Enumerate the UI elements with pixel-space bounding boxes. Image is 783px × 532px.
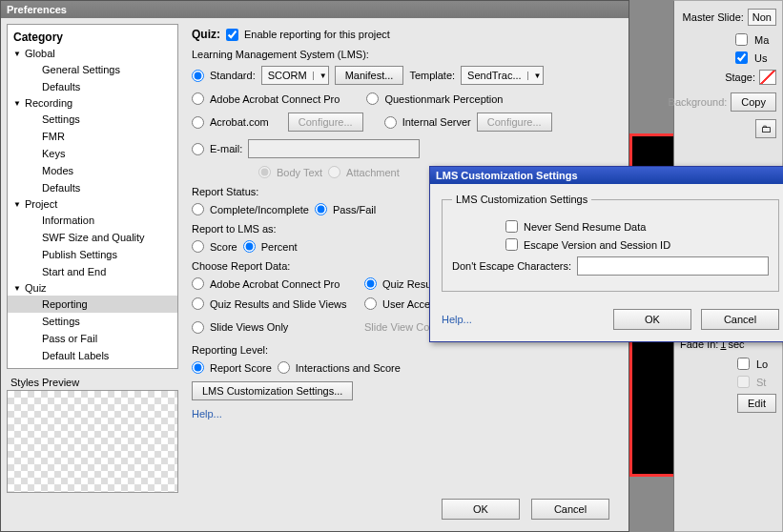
category-group-project[interactable]: Project (8, 196, 177, 212)
background-label: Background: (669, 96, 728, 108)
complete-incomplete-radio[interactable]: Complete/Incomplete (192, 203, 309, 215)
lms-standard-combo[interactable]: SCORM▼ (261, 66, 329, 85)
category-item-fmr[interactable]: FMR (8, 128, 177, 145)
acrobat-com-radio[interactable]: Acrobat.com (192, 116, 269, 129)
dialog-ok-button[interactable]: OK (613, 309, 691, 330)
category-item-swf-size-and-quality[interactable]: SWF Size and Quality (8, 229, 177, 246)
template-label: Template: (409, 70, 455, 81)
reporting-level-label: Reporting Level: (192, 344, 615, 356)
lms-customization-fieldset: LMS Customization Settings Never Send Re… (442, 194, 779, 292)
category-item-modes[interactable]: Modes (8, 162, 177, 179)
quiz-slide-views-radio[interactable]: Quiz Results and Slide Views (192, 297, 359, 310)
category-item-information[interactable]: Information (8, 212, 177, 229)
category-item-settings[interactable]: Settings (8, 111, 177, 128)
copy-background-button[interactable]: Copy (731, 92, 776, 112)
window-title: Preferences (1, 1, 628, 18)
category-item-default-labels[interactable]: Default Labels (8, 347, 177, 364)
category-item-defaults[interactable]: Defaults (8, 78, 177, 95)
score-radio[interactable]: Score (192, 240, 237, 253)
template-combo[interactable]: SendTrac...▼ (461, 66, 543, 85)
report-score-radio[interactable]: Report Score (192, 361, 272, 374)
ma-checkbox[interactable] (735, 33, 748, 46)
lms-heading: Learning Management System (LMS): (192, 49, 615, 60)
category-group-global[interactable]: Global (8, 46, 177, 61)
help-link[interactable]: Help... (192, 408, 222, 419)
never-send-checkbox[interactable]: Never Send Resume Data (505, 220, 646, 233)
category-item-pass-or-fail[interactable]: Pass or Fail (8, 330, 177, 347)
category-item-settings[interactable]: Settings (8, 313, 177, 330)
category-header: Category (8, 29, 177, 46)
slide-views-only-radio[interactable]: Slide Views Only (192, 321, 359, 334)
category-item-publish-settings[interactable]: Publish Settings (8, 246, 177, 263)
dont-escape-input[interactable] (577, 256, 769, 276)
adobe-connect-radio[interactable]: Adobe Acrobat Connect Pro (192, 92, 340, 105)
category-group-quiz[interactable]: Quiz (8, 280, 177, 296)
interactions-score-radio[interactable]: Interactions and Score (278, 361, 401, 374)
category-group-recording[interactable]: Recording (8, 95, 177, 111)
master-slide-combo[interactable]: Non (748, 9, 776, 26)
category-tree: Category GlobalGeneral SettingsDefaultsR… (7, 24, 178, 369)
category-item-general-settings[interactable]: General Settings (8, 61, 177, 78)
edit-button[interactable]: Edit (737, 394, 776, 413)
category-item-start-and-end[interactable]: Start and End (8, 263, 177, 280)
pass-fail-radio[interactable]: Pass/Fail (315, 203, 376, 215)
fieldset-legend: LMS Customization Settings (452, 194, 591, 205)
lms-customization-dialog: LMS Customization Settings LMS Customiza… (429, 166, 783, 342)
quiz-label: Quiz: (192, 28, 220, 41)
adobe-connect-data-radio[interactable]: Adobe Acrobat Connect Pro (192, 277, 359, 290)
st-checkbox (737, 376, 750, 388)
dialog-help-link[interactable]: Help... (442, 314, 472, 325)
category-item-keys[interactable]: Keys (8, 145, 177, 162)
questionmark-radio[interactable]: Questionmark Perception (366, 92, 503, 105)
dialog-cancel-button[interactable]: Cancel (701, 309, 779, 330)
percent-radio[interactable]: Percent (243, 240, 298, 253)
stage-color-swatch[interactable] (759, 70, 776, 85)
body-text-radio: Body Text (258, 166, 322, 178)
email-radio[interactable]: E-mail: (192, 143, 242, 155)
lms-standard-radio[interactable]: Standard: (192, 70, 256, 82)
lo-checkbox[interactable] (737, 358, 750, 370)
cancel-button[interactable]: Cancel (531, 499, 609, 520)
email-input (248, 139, 420, 158)
dont-escape-label: Don't Escape Characters: (452, 260, 571, 272)
stage-label: Stage: (725, 72, 755, 83)
internal-server-radio[interactable]: Internal Server (384, 116, 471, 129)
attachment-radio: Attachment (328, 166, 400, 178)
us-checkbox[interactable] (735, 51, 748, 64)
category-item-reporting[interactable]: Reporting (8, 296, 177, 313)
master-slide-label: Master Slide: (683, 11, 744, 23)
dialog-title: LMS Customization Settings (430, 167, 783, 184)
lms-customization-button[interactable]: LMS Customization Settings... (192, 381, 353, 400)
quiz-results-radio[interactable]: Quiz Resu (364, 277, 431, 290)
category-item-defaults[interactable]: Defaults (8, 179, 177, 196)
ok-button[interactable]: OK (442, 499, 520, 520)
styles-preview-grid (7, 390, 178, 493)
styles-preview-label: Styles Preview (7, 375, 178, 390)
folder-icon[interactable]: 🗀 (755, 119, 776, 138)
configure-server-button: Configure... (477, 113, 552, 132)
manifest-button[interactable]: Manifest... (335, 66, 404, 85)
escape-version-checkbox[interactable]: Escape Version and Session ID (505, 238, 670, 251)
enable-reporting-checkbox[interactable]: Enable reporting for this project (226, 29, 390, 41)
configure-acrobat-button: Configure... (288, 113, 363, 132)
